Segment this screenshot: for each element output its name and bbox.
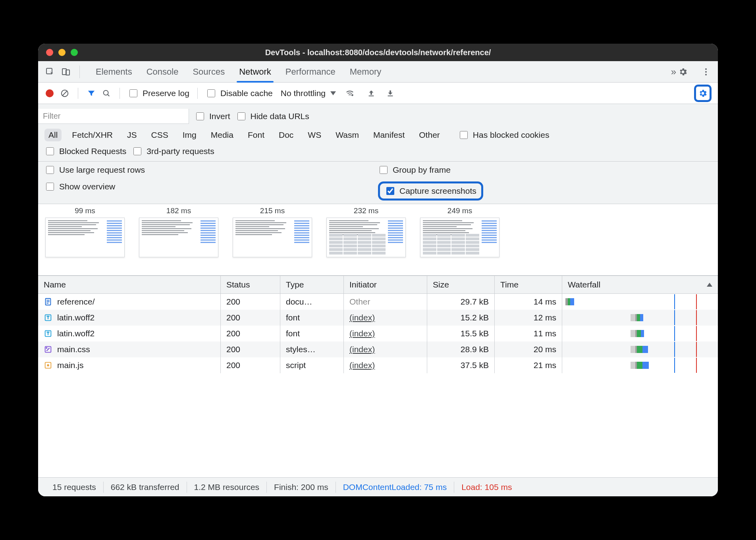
blocked-requests-checkbox[interactable]: Blocked Requests <box>44 146 126 156</box>
more-tabs-icon[interactable]: » <box>671 66 673 77</box>
table-row[interactable]: latin.woff2200font(index)15.2 kB12 ms <box>38 310 718 326</box>
preserve-log-checkbox[interactable]: Preserve log <box>128 88 189 98</box>
cell-name: main.js <box>38 357 221 373</box>
record-button[interactable] <box>44 88 55 98</box>
group-by-frame-checkbox[interactable]: Group by frame <box>378 165 712 175</box>
filmstrip-thumb <box>139 218 218 257</box>
hide-data-urls-checkbox[interactable]: Hide data URLs <box>236 111 309 122</box>
filter-input[interactable] <box>38 109 189 124</box>
status-resources: 1.2 MB resources <box>187 482 267 492</box>
search-icon[interactable] <box>101 88 112 98</box>
cell-type: script <box>280 357 344 373</box>
cell-waterfall <box>562 326 718 341</box>
hide-data-urls-label: Hide data URLs <box>251 112 309 121</box>
download-har-icon[interactable] <box>385 88 395 98</box>
type-filter-manifest[interactable]: Manifest <box>369 129 409 141</box>
svg-rect-11 <box>369 95 374 96</box>
tab-network[interactable]: Network <box>239 61 271 82</box>
filmstrip-frame[interactable]: 215 ms <box>229 206 316 257</box>
type-filter-wasm[interactable]: Wasm <box>332 129 363 141</box>
throttling-select[interactable]: No throttling <box>281 89 336 98</box>
show-overview-checkbox[interactable]: Show overview <box>44 181 378 192</box>
upload-har-icon[interactable] <box>366 88 376 98</box>
table-row[interactable]: latin.woff2200font(index)15.5 kB11 ms <box>38 326 718 341</box>
requests-table: NameStatusTypeInitiatorSizeTimeWaterfall… <box>38 276 718 477</box>
column-initiator[interactable]: Initiator <box>344 276 427 293</box>
device-toolbar-icon[interactable] <box>60 66 72 78</box>
has-blocked-cookies-checkbox[interactable]: Has blocked cookies <box>458 130 550 140</box>
cell-time: 20 ms <box>495 341 562 357</box>
svg-line-7 <box>62 91 68 96</box>
cell-time: 14 ms <box>495 294 562 310</box>
settings-gear-icon[interactable] <box>677 66 689 78</box>
third-party-checkbox[interactable]: 3rd-party requests <box>132 146 214 156</box>
large-rows-label: Use large request rows <box>59 165 145 175</box>
divider <box>197 88 198 99</box>
doc-file-icon <box>44 297 52 306</box>
large-rows-checkbox[interactable]: Use large request rows <box>44 165 378 175</box>
type-filter-fetch-xhr[interactable]: Fetch/XHR <box>68 129 117 141</box>
maximize-window-button[interactable] <box>71 49 78 56</box>
table-row[interactable]: main.js200script(index)37.5 kB21 ms <box>38 357 718 373</box>
type-filter-ws[interactable]: WS <box>304 129 325 141</box>
cell-initiator[interactable]: (index) <box>344 326 427 341</box>
disable-cache-checkbox[interactable]: Disable cache <box>206 88 273 98</box>
filmstrip-frame[interactable]: 182 ms <box>135 206 222 257</box>
tab-elements[interactable]: Elements <box>96 61 132 82</box>
cell-size: 37.5 kB <box>427 357 495 373</box>
kebab-menu-icon[interactable] <box>700 66 712 78</box>
close-window-button[interactable] <box>46 49 53 56</box>
tab-sources[interactable]: Sources <box>193 61 225 82</box>
cell-initiator[interactable]: (index) <box>344 310 427 326</box>
filmstrip-thumb <box>45 218 125 257</box>
column-name[interactable]: Name <box>38 276 221 293</box>
type-filter-all[interactable]: All <box>44 129 62 141</box>
column-size[interactable]: Size <box>427 276 495 293</box>
options-bar: Use large request rows Show overview Gro… <box>38 162 718 204</box>
filmstrip-timestamp: 232 ms <box>354 206 378 215</box>
type-filter-media[interactable]: Media <box>207 129 237 141</box>
svg-point-22 <box>47 364 49 366</box>
svg-point-3 <box>705 68 707 70</box>
filmstrip-frame[interactable]: 99 ms <box>41 206 129 257</box>
cell-size: 15.2 kB <box>427 310 495 326</box>
column-waterfall[interactable]: Waterfall <box>562 276 718 293</box>
network-conditions-icon[interactable] <box>345 88 355 98</box>
minimize-window-button[interactable] <box>58 49 66 56</box>
cell-initiator[interactable]: (index) <box>344 357 427 373</box>
tab-performance[interactable]: Performance <box>285 61 336 82</box>
clear-icon[interactable] <box>60 88 70 98</box>
tab-memory[interactable]: Memory <box>350 61 381 82</box>
column-status[interactable]: Status <box>221 276 280 293</box>
type-filter-js[interactable]: JS <box>123 129 141 141</box>
table-row[interactable]: reference/200docu…Other29.7 kB14 ms <box>38 294 718 310</box>
cell-status: 200 <box>221 326 280 341</box>
network-settings-gear-highlighted[interactable] <box>694 85 712 102</box>
filter-icon[interactable] <box>86 88 96 98</box>
cell-time: 11 ms <box>495 326 562 341</box>
column-type[interactable]: Type <box>280 276 344 293</box>
filmstrip-timestamp: 215 ms <box>260 206 285 215</box>
cell-status: 200 <box>221 341 280 357</box>
cell-time: 21 ms <box>495 357 562 373</box>
tab-console[interactable]: Console <box>147 61 179 82</box>
type-filter-doc[interactable]: Doc <box>275 129 297 141</box>
type-filter-other[interactable]: Other <box>415 129 444 141</box>
cell-initiator[interactable]: (index) <box>344 341 427 357</box>
table-row[interactable]: main.css200styles…(index)28.9 kB20 ms <box>38 341 718 357</box>
svg-line-9 <box>108 94 110 96</box>
column-time[interactable]: Time <box>495 276 562 293</box>
filmstrip-timestamp: 249 ms <box>447 206 472 215</box>
filmstrip-frame[interactable]: 232 ms <box>322 206 410 257</box>
cell-type: font <box>280 310 344 326</box>
capture-screenshots-checkbox-highlighted[interactable]: Capture screenshots <box>378 181 483 201</box>
inspect-element-icon[interactable] <box>44 66 56 78</box>
type-filter-css[interactable]: CSS <box>147 129 172 141</box>
type-filter-font[interactable]: Font <box>244 129 268 141</box>
sort-indicator-icon <box>707 283 712 287</box>
type-filter-img[interactable]: Img <box>179 129 201 141</box>
filmstrip-frame[interactable]: 249 ms <box>416 206 503 257</box>
capture-screenshots-label: Capture screenshots <box>399 186 476 196</box>
invert-checkbox[interactable]: Invert <box>195 111 230 122</box>
cell-status: 200 <box>221 310 280 326</box>
